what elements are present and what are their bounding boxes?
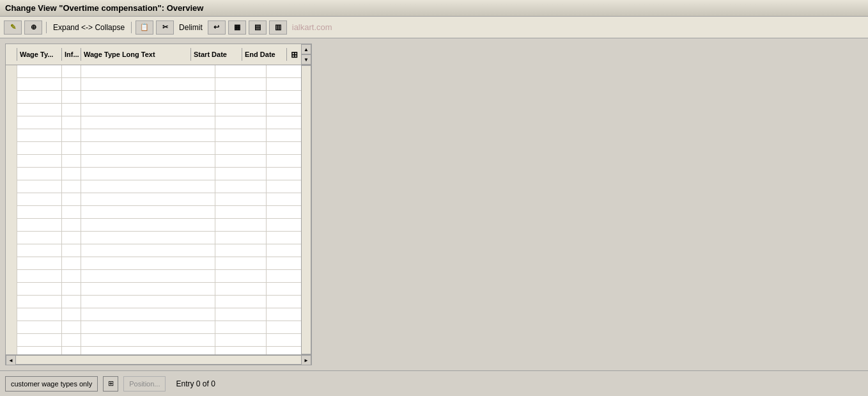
horizontal-scrollbar[interactable]: ◄ ► bbox=[6, 354, 311, 365]
cell-wage-type bbox=[17, 104, 62, 116]
row-selector bbox=[6, 283, 17, 296]
title-bar: Change View "Overtime compensation": Ove… bbox=[0, 0, 868, 17]
table-row[interactable] bbox=[6, 296, 311, 308]
table-row[interactable] bbox=[6, 270, 311, 283]
toolbar: ✎ ⊕ Expand <-> Collapse 📋 ✂ Delimit ↩ ▦ … bbox=[0, 17, 868, 38]
cell-wage-type bbox=[17, 257, 62, 270]
row-selector bbox=[6, 296, 17, 308]
cell-inf bbox=[62, 193, 81, 206]
row-selector bbox=[6, 104, 17, 116]
cell-inf bbox=[62, 347, 81, 355]
cell-start-date bbox=[215, 270, 267, 283]
table-body bbox=[6, 65, 311, 354]
copy-button[interactable]: 📋 bbox=[136, 20, 153, 35]
undo-icon: ↩ bbox=[211, 22, 222, 33]
cell-start-date bbox=[215, 65, 267, 78]
cell-inf bbox=[62, 296, 81, 308]
row-selector bbox=[6, 129, 17, 142]
position-label: Position... bbox=[129, 380, 160, 388]
cell-wage-type bbox=[17, 193, 62, 206]
pencil-button[interactable]: ✎ bbox=[4, 20, 22, 35]
vertical-scrollbar[interactable] bbox=[301, 65, 311, 354]
customer-wage-types-button[interactable]: customer wage types only bbox=[5, 376, 98, 392]
cell-inf bbox=[62, 168, 81, 180]
table-row[interactable] bbox=[6, 129, 311, 142]
cut-button[interactable]: ✂ bbox=[156, 20, 174, 35]
scroll-right-button[interactable]: ► bbox=[301, 355, 311, 365]
table-row[interactable] bbox=[6, 347, 311, 354]
cell-wage-long-text bbox=[81, 232, 215, 244]
table-row[interactable] bbox=[6, 334, 311, 347]
position-button[interactable]: Position... bbox=[123, 376, 166, 392]
table-row[interactable] bbox=[6, 219, 311, 232]
col-header-icon[interactable]: ⊞ bbox=[287, 48, 301, 61]
undo-button[interactable]: ↩ bbox=[208, 20, 226, 35]
table-row[interactable] bbox=[6, 78, 311, 91]
table-row[interactable] bbox=[6, 142, 311, 155]
table-row[interactable] bbox=[6, 206, 311, 219]
cell-wage-long-text bbox=[81, 142, 215, 155]
data-table: Wage Ty... Inf... Wage Type Long Text St… bbox=[5, 44, 312, 365]
table-row[interactable] bbox=[6, 155, 311, 168]
cell-inf bbox=[62, 283, 81, 296]
table2-icon: ▤ bbox=[252, 22, 263, 33]
col-header-inf: Inf... bbox=[62, 48, 81, 61]
table-row[interactable] bbox=[6, 168, 311, 180]
cell-wage-type bbox=[17, 270, 62, 283]
cell-wage-type bbox=[17, 91, 62, 104]
cell-start-date bbox=[215, 155, 267, 168]
cell-inf bbox=[62, 104, 81, 116]
cell-inf bbox=[62, 142, 81, 155]
entry-count-text: Entry 0 of 0 bbox=[176, 379, 215, 388]
cell-wage-type bbox=[17, 180, 62, 193]
cell-wage-long-text bbox=[81, 65, 215, 78]
table-row[interactable] bbox=[6, 308, 311, 321]
table-row[interactable] bbox=[6, 193, 311, 206]
search-icon: ⊕ bbox=[27, 22, 39, 33]
table-row[interactable] bbox=[6, 257, 311, 270]
table1-button[interactable]: ▦ bbox=[228, 20, 246, 35]
table-row[interactable] bbox=[6, 65, 311, 78]
cell-wage-type bbox=[17, 155, 62, 168]
scroll-left-button[interactable]: ◄ bbox=[6, 355, 16, 365]
row-selector bbox=[6, 270, 17, 283]
cell-wage-long-text bbox=[81, 321, 215, 334]
table-row[interactable] bbox=[6, 232, 311, 244]
scroll-up-button[interactable]: ▲ bbox=[301, 44, 311, 54]
table-row[interactable] bbox=[6, 91, 311, 104]
cell-wage-long-text bbox=[81, 296, 215, 308]
cell-wage-type bbox=[17, 232, 62, 244]
cell-wage-long-text bbox=[81, 193, 215, 206]
cell-start-date bbox=[215, 104, 267, 116]
cell-wage-long-text bbox=[81, 168, 215, 180]
cell-wage-long-text bbox=[81, 219, 215, 232]
table-row[interactable] bbox=[6, 180, 311, 193]
table-row[interactable] bbox=[6, 321, 311, 334]
cell-inf bbox=[62, 91, 81, 104]
search-button[interactable]: ⊕ bbox=[24, 20, 42, 35]
cell-start-date bbox=[215, 244, 267, 257]
expand-collapse-button[interactable]: Expand <-> Collapse bbox=[50, 20, 127, 35]
status-bar: customer wage types only ⊞ Position... E… bbox=[0, 370, 868, 396]
table-row[interactable] bbox=[6, 104, 311, 116]
cell-start-date bbox=[215, 193, 267, 206]
table-row[interactable] bbox=[6, 244, 311, 257]
table3-button[interactable]: ▥ bbox=[269, 20, 287, 35]
table-row[interactable] bbox=[6, 116, 311, 129]
scroll-down-button[interactable]: ▼ bbox=[301, 54, 311, 65]
cell-inf bbox=[62, 257, 81, 270]
cell-wage-long-text bbox=[81, 308, 215, 321]
cell-wage-type bbox=[17, 168, 62, 180]
cell-start-date bbox=[215, 168, 267, 180]
delimit-button[interactable]: Delimit bbox=[176, 20, 205, 35]
separator-1 bbox=[46, 22, 47, 33]
cell-start-date bbox=[215, 232, 267, 244]
row-selector bbox=[6, 219, 17, 232]
table2-button[interactable]: ▤ bbox=[249, 20, 267, 35]
row-selector bbox=[6, 257, 17, 270]
row-selector bbox=[6, 78, 17, 91]
position-icon-button[interactable]: ⊞ bbox=[103, 376, 118, 392]
column-chooser-icon: ⊞ bbox=[291, 50, 298, 59]
table-row[interactable] bbox=[6, 283, 311, 296]
col-header-end-date: End Date bbox=[242, 48, 287, 61]
